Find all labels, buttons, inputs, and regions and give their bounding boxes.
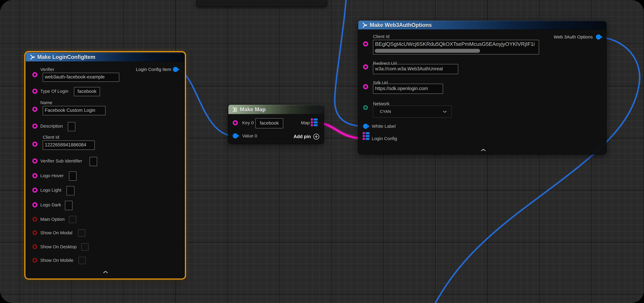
pin-label: Show On Modal xyxy=(40,230,72,236)
input-pin-login-config[interactable] xyxy=(363,132,370,140)
network-dropdown[interactable]: CYAN xyxy=(373,106,452,118)
make-map-icon xyxy=(231,106,238,113)
pin-label: Key 0 xyxy=(242,120,254,126)
output-pin-label: Login Config Item xyxy=(136,67,171,72)
pin-label: Type Of Login xyxy=(40,88,68,94)
add-pin-label: Add pin xyxy=(294,134,311,139)
sdk-url-field[interactable]: https://sdk.openlogin.com xyxy=(373,84,443,94)
output-pin-label: Map xyxy=(301,120,310,126)
node-make-web3authoptions[interactable]: Make Web3AuthOptions Web 3Auth Options C… xyxy=(358,20,606,154)
output-pin-web3auth-options[interactable] xyxy=(596,34,601,40)
network-dropdown-value: CYAN xyxy=(373,109,391,114)
input-pin-client-id[interactable] xyxy=(32,142,38,147)
chevron-down-icon xyxy=(442,110,447,113)
verifier-sub-identifier-field[interactable] xyxy=(90,157,97,166)
wire-map-to-loginconfig[interactable] xyxy=(317,123,362,138)
pin-label: Show On Desktop xyxy=(40,244,77,250)
node-header[interactable]: Make LoginConfigItem xyxy=(26,52,184,62)
input-pin-show-on-desktop[interactable] xyxy=(32,244,37,249)
redirect-url-field[interactable]: w3a://com.w3a.Web3AuthUnreal xyxy=(373,64,458,74)
pin-label: Logo Dark xyxy=(40,202,61,208)
blueprint-editor-screen: Make LoginConfigItem Login Config Item V… xyxy=(0,0,644,303)
verifier-field[interactable]: web3auth-facebook-example xyxy=(43,73,119,82)
input-pin-name[interactable] xyxy=(32,107,38,112)
node-title: Make Map xyxy=(240,106,266,113)
description-field[interactable] xyxy=(68,122,75,131)
pin-label: Verifier Sub Identifier xyxy=(40,158,82,164)
input-pin-type-of-login[interactable] xyxy=(32,89,38,94)
input-pin-show-on-modal[interactable] xyxy=(32,230,37,235)
input-pin-logo-dark[interactable] xyxy=(32,202,38,208)
make-struct-icon xyxy=(28,54,35,60)
type-of-login-field[interactable]: facebook xyxy=(74,87,100,96)
node-title: Make LoginConfigItem xyxy=(37,54,95,60)
input-pin-main-option[interactable] xyxy=(32,217,37,222)
input-pin-verifier-sub-identifier[interactable] xyxy=(32,158,38,164)
collapse-node-chevron-icon[interactable] xyxy=(480,148,486,152)
client-id-field[interactable]: 1222658941886084 xyxy=(43,140,95,150)
wire-map-to-loginconfig-glow xyxy=(317,123,362,138)
input-pin-logo-light[interactable] xyxy=(32,188,38,193)
node-header[interactable]: Make Web3AuthOptions xyxy=(358,20,606,30)
logo-hover-field[interactable] xyxy=(69,172,76,181)
pin-label: Main Option xyxy=(40,216,65,222)
node-title: Make Web3AuthOptions xyxy=(370,22,432,28)
main-option-checkbox[interactable] xyxy=(69,216,76,223)
input-pin-network[interactable] xyxy=(363,105,368,110)
pin-label: Value 0 xyxy=(242,133,257,138)
logo-dark-field[interactable] xyxy=(65,201,72,210)
output-pin-label: Web 3Auth Options xyxy=(554,34,593,40)
input-pin-key0[interactable] xyxy=(233,120,238,125)
offscreen-node-edge[interactable] xyxy=(196,0,327,7)
client-id-field[interactable]: BEglQSgt4cUWcj6SKRdu5QkOXTsePmMcusG5EAoy… xyxy=(373,40,539,54)
add-pin-button[interactable]: Add pin xyxy=(294,133,320,140)
pin-label: Logo Light xyxy=(40,188,61,193)
add-pin-plus-icon xyxy=(313,133,320,140)
pin-label: Description xyxy=(40,124,63,129)
key0-field[interactable]: facebook xyxy=(256,118,283,128)
pin-label: Verifier xyxy=(40,67,54,72)
logo-light-field[interactable] xyxy=(66,186,74,196)
input-pin-verifier[interactable] xyxy=(32,72,38,77)
output-pin-map[interactable] xyxy=(311,118,318,126)
show-on-modal-checkbox[interactable] xyxy=(78,229,85,236)
node-make-map[interactable]: Make Map Key 0 facebook Map Value 0 Add … xyxy=(228,105,324,144)
pin-label: Login Config xyxy=(372,136,397,141)
show-on-mobile-checkbox[interactable] xyxy=(78,257,86,264)
input-pin-description[interactable] xyxy=(32,124,38,129)
collapse-node-chevron-icon[interactable] xyxy=(102,270,108,274)
input-pin-show-on-mobile[interactable] xyxy=(32,258,37,262)
output-pin-login-config-item[interactable] xyxy=(173,67,178,72)
client-id-scrollbar-thumb[interactable] xyxy=(375,49,480,53)
input-pin-value0[interactable] xyxy=(233,133,238,138)
input-pin-white-label[interactable] xyxy=(363,124,368,129)
pin-label: White Label xyxy=(372,124,396,129)
input-pin-client-id[interactable] xyxy=(363,41,368,46)
input-pin-redirect-url[interactable] xyxy=(363,64,368,70)
show-on-desktop-checkbox[interactable] xyxy=(81,243,88,250)
input-pin-sdk-url[interactable] xyxy=(363,84,368,89)
pin-label: Show On Mobile xyxy=(40,258,73,263)
blueprint-graph-canvas[interactable]: Make LoginConfigItem Login Config Item V… xyxy=(0,0,644,303)
make-struct-icon xyxy=(361,22,368,28)
node-header[interactable]: Make Map xyxy=(228,105,324,114)
pin-label: Name xyxy=(40,100,52,105)
name-field[interactable]: Facebook Custom Login xyxy=(43,106,106,115)
pin-label: Client Id xyxy=(373,34,390,39)
node-make-loginconfigitem[interactable]: Make LoginConfigItem Login Config Item V… xyxy=(26,52,184,278)
pin-label: Logo Hover xyxy=(40,173,64,178)
input-pin-logo-hover[interactable] xyxy=(32,173,38,178)
pin-label: Client Id xyxy=(43,134,59,140)
